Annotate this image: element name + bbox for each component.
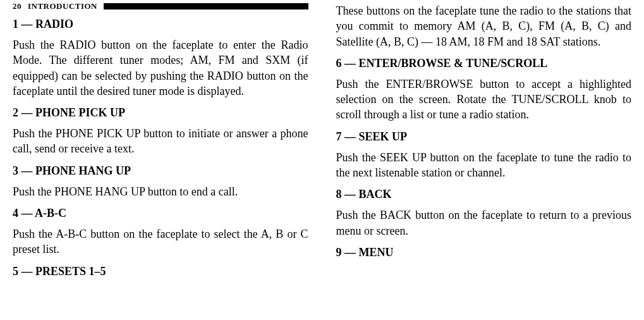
section-2: 2 — PHONE PICK UP Push the PHONE PICK UP…	[13, 106, 308, 157]
paragraph-presets: These buttons on the faceplate tune the …	[336, 3, 632, 49]
heading-presets: 5 — PRESETS 1–5	[13, 265, 308, 278]
heading-seek-up: 7 — SEEK UP	[336, 130, 632, 144]
page-header: 20 INTRODUCTION	[13, 0, 308, 13]
heading-phone-hang-up: 3 — PHONE HANG UP	[13, 164, 308, 178]
heading-menu: 9 — MENU	[336, 246, 632, 259]
section-7: 7 — SEEK UP Push the SEEK UP button on t…	[336, 130, 632, 181]
header-rule	[104, 3, 308, 9]
section-1: 1 — RADIO Push the RADIO button on the f…	[13, 18, 308, 99]
section-9: 9 — MENU	[336, 246, 632, 259]
section-5: 5 — PRESETS 1–5	[13, 265, 308, 278]
section-title: INTRODUCTION	[28, 1, 104, 11]
paragraph-phone-hang-up: Push the PHONE HANG UP button to end a c…	[13, 184, 308, 199]
heading-radio: 1 — RADIO	[13, 18, 308, 31]
paragraph-radio: Push the RADIO button on the faceplate t…	[13, 37, 308, 99]
section-6: 6 — ENTER/BROWSE & TUNE/SCROLL Push the …	[336, 57, 632, 123]
right-column: These buttons on the faceplate tune the …	[322, 0, 645, 320]
section-8: 8 — BACK Push the BACK button on the fac…	[336, 188, 632, 238]
paragraph-abc: Push the A-B-C button on the faceplate t…	[13, 226, 308, 257]
left-column: 20 INTRODUCTION 1 — RADIO Push the RADIO…	[0, 0, 322, 320]
paragraph-enter-browse: Push the ENTER/BROWSE button to accept a…	[336, 77, 632, 123]
paragraph-phone-pick-up: Push the PHONE PICK UP button to initiat…	[13, 126, 308, 157]
heading-back: 8 — BACK	[336, 188, 632, 201]
heading-phone-pick-up: 2 — PHONE PICK UP	[13, 106, 308, 120]
section-4: 4 — A-B-C Push the A-B-C button on the f…	[13, 207, 308, 257]
paragraph-seek-up: Push the SEEK UP button on the faceplate…	[336, 150, 632, 181]
page-number: 20	[13, 1, 28, 11]
heading-abc: 4 — A-B-C	[13, 207, 308, 220]
paragraph-back: Push the BACK button on the faceplate to…	[336, 207, 632, 238]
heading-enter-browse: 6 — ENTER/BROWSE & TUNE/SCROLL	[336, 57, 632, 70]
section-3: 3 — PHONE HANG UP Push the PHONE HANG UP…	[13, 164, 308, 199]
page-container: 20 INTRODUCTION 1 — RADIO Push the RADIO…	[0, 0, 644, 320]
